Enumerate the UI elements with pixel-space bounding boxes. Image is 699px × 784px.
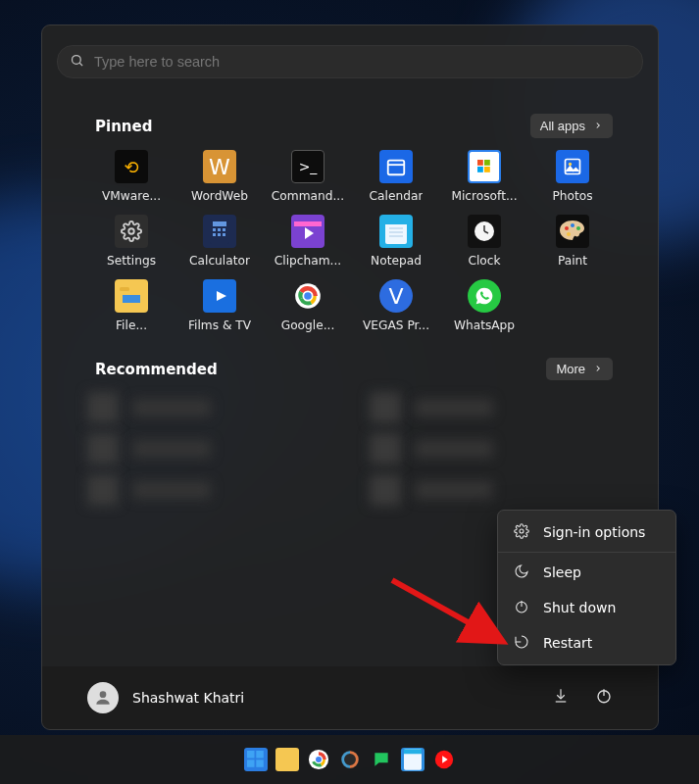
app-paint[interactable]: Paint: [528, 209, 617, 271]
svg-rect-51: [256, 751, 264, 759]
power-menu-shutdown[interactable]: Shut down: [498, 590, 675, 625]
photos-icon: [556, 150, 589, 183]
pinned-apps-grid: ⟲VMware... WWordWeb >_Command... Calenda…: [87, 144, 613, 336]
taskbar-file-explorer[interactable]: [275, 748, 299, 771]
chevron-right-icon: [593, 119, 603, 133]
power-button[interactable]: [595, 687, 613, 709]
app-wordweb[interactable]: WWordWeb: [175, 144, 264, 207]
recommended-item[interactable]: [87, 431, 330, 466]
power-menu: Sign-in options Sleep Shut down Restart: [497, 510, 676, 665]
app-calculator[interactable]: Calculator: [175, 209, 264, 271]
svg-rect-17: [218, 233, 221, 236]
svg-point-9: [569, 163, 572, 166]
app-photos[interactable]: Photos: [528, 144, 617, 207]
taskbar-youtube-music[interactable]: [432, 748, 456, 771]
power-icon: [514, 599, 529, 617]
svg-point-31: [571, 223, 574, 227]
recommended-title: Recommended: [95, 361, 218, 378]
vmware-icon: ⟲: [115, 150, 148, 183]
svg-rect-20: [294, 221, 322, 226]
svg-rect-59: [404, 749, 422, 754]
svg-rect-23: [385, 219, 407, 224]
start-search[interactable]: [57, 45, 643, 78]
svg-rect-8: [566, 160, 580, 174]
downloads-button[interactable]: [552, 687, 570, 709]
recommended-item[interactable]: [87, 472, 330, 508]
app-films[interactable]: Films & TV: [175, 273, 264, 336]
all-apps-button[interactable]: All apps: [530, 114, 613, 138]
svg-point-45: [520, 529, 524, 533]
recommended-item[interactable]: [370, 390, 613, 425]
recommended-item[interactable]: [370, 431, 613, 466]
svg-point-32: [576, 226, 580, 230]
paint-icon: [556, 215, 589, 248]
svg-rect-13: [213, 228, 216, 231]
svg-rect-52: [247, 760, 255, 767]
clock-icon: [468, 215, 501, 248]
username: Shashwat Khatri: [132, 690, 244, 706]
app-vmware[interactable]: ⟲VMware...: [87, 144, 175, 207]
calculator-icon: [203, 215, 236, 248]
svg-point-33: [567, 232, 571, 236]
search-input[interactable]: [94, 54, 630, 70]
svg-point-41: [100, 691, 107, 698]
moon-icon: [514, 564, 529, 582]
svg-rect-14: [218, 228, 221, 231]
fileexplorer-icon: [115, 279, 148, 313]
pinned-title: Pinned: [95, 118, 152, 135]
app-clipchamp[interactable]: Clipcham...: [264, 209, 352, 271]
app-whatsapp[interactable]: WhatsApp: [440, 273, 528, 336]
taskbar: [0, 735, 699, 784]
settings-icon: [115, 215, 148, 248]
chevron-right-icon: [593, 362, 603, 376]
search-icon: [70, 53, 84, 72]
app-clock[interactable]: Clock: [440, 209, 528, 271]
svg-rect-2: [388, 161, 405, 175]
app-vegas[interactable]: VVEGAS Pr...: [352, 273, 440, 336]
app-cmd[interactable]: >_Command...: [264, 144, 352, 207]
svg-rect-12: [213, 221, 226, 226]
user-button[interactable]: Shashwat Khatri: [87, 682, 244, 713]
taskbar-copilot[interactable]: [338, 748, 362, 771]
power-menu-signin[interactable]: Sign-in options: [498, 514, 675, 550]
svg-rect-50: [247, 751, 255, 759]
whatsapp-icon: [468, 279, 501, 313]
notepad-icon: [379, 215, 413, 248]
recommended-item[interactable]: [87, 390, 330, 425]
app-chrome[interactable]: Google...: [264, 273, 352, 336]
taskbar-start[interactable]: [244, 748, 268, 771]
recommended-item[interactable]: [370, 472, 613, 508]
gear-icon: [514, 523, 529, 542]
app-msstore[interactable]: Microsoft...: [440, 144, 528, 207]
msstore-icon: [468, 150, 501, 183]
svg-point-10: [128, 228, 134, 234]
svg-point-0: [73, 55, 81, 64]
app-file-explorer[interactable]: File...: [87, 273, 175, 336]
cmd-icon: >_: [291, 150, 325, 183]
svg-rect-15: [223, 228, 225, 231]
films-icon: [203, 279, 236, 313]
calendar-icon: [379, 150, 413, 183]
recommended-grid: [87, 390, 613, 508]
svg-rect-16: [213, 233, 216, 236]
taskbar-whatsapp[interactable]: [370, 748, 393, 771]
app-notepad[interactable]: Notepad: [352, 209, 440, 271]
wordweb-icon: W: [203, 150, 236, 183]
svg-point-30: [565, 226, 569, 230]
vegas-icon: V: [379, 279, 413, 313]
svg-rect-35: [123, 295, 140, 303]
svg-rect-6: [477, 167, 483, 172]
svg-line-1: [79, 63, 82, 66]
power-menu-sleep[interactable]: Sleep: [498, 555, 675, 590]
svg-rect-5: [484, 160, 490, 166]
power-menu-restart[interactable]: Restart: [498, 625, 675, 661]
svg-rect-18: [223, 233, 225, 236]
clipchamp-icon: [291, 215, 325, 248]
app-calendar[interactable]: Calendar: [352, 144, 440, 207]
svg-rect-53: [256, 760, 264, 767]
app-settings[interactable]: Settings: [87, 209, 175, 271]
taskbar-notepad[interactable]: [401, 748, 424, 771]
more-button[interactable]: More: [546, 358, 613, 380]
separator: [498, 552, 675, 553]
taskbar-chrome[interactable]: [307, 748, 330, 771]
